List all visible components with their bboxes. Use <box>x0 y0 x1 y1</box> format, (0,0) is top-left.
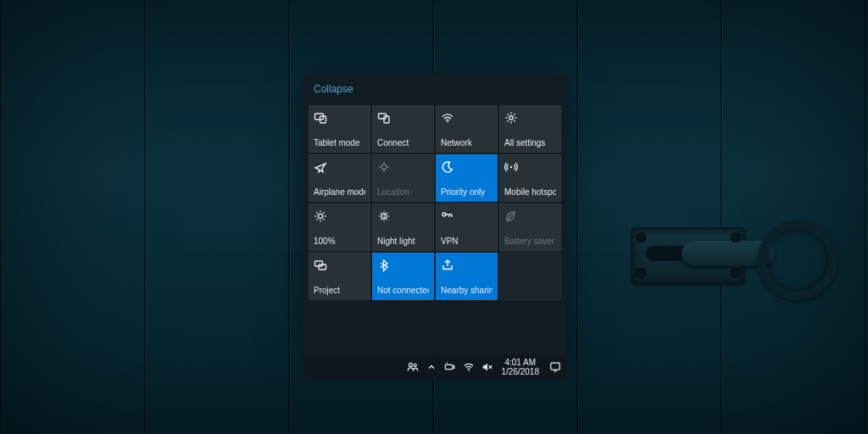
tile-all-settings[interactable]: All settings <box>499 105 561 153</box>
tile-label: Project <box>314 286 365 299</box>
tile-label: Night light <box>377 236 429 250</box>
tile-battery-saver[interactable]: Battery saver <box>499 203 561 251</box>
location-icon <box>377 159 429 175</box>
battery-icon[interactable] <box>441 354 459 380</box>
tile-vpn[interactable]: VPN <box>436 203 498 251</box>
tile-label: Airplane mode <box>314 187 365 201</box>
leaf-icon <box>504 208 556 225</box>
quick-actions-grid: Tablet modeConnectNetworkAll settingsAir… <box>309 105 561 300</box>
hotspot-icon <box>504 159 556 175</box>
people-icon[interactable] <box>403 354 422 380</box>
tile-label: Nearby sharing <box>441 286 492 299</box>
tile-bluetooth[interactable]: Not connected <box>372 253 434 300</box>
tile-label: All settings <box>504 138 556 152</box>
svg-point-8 <box>318 214 322 218</box>
svg-point-7 <box>510 166 513 169</box>
taskbar-time: 4:01 AM <box>504 358 536 367</box>
svg-point-6 <box>381 164 387 170</box>
tile-label: Mobile hotspot <box>504 187 556 201</box>
svg-point-14 <box>414 364 416 366</box>
svg-rect-15 <box>445 364 453 369</box>
tile-label: Network <box>441 138 492 152</box>
tile-network[interactable]: Network <box>436 105 498 153</box>
tile-connect[interactable]: Connect <box>372 105 434 153</box>
tile-brightness[interactable]: 100% <box>309 203 370 251</box>
tile-label: Connect <box>377 138 429 152</box>
tile-label: Not connected <box>377 286 429 299</box>
svg-rect-18 <box>551 363 560 370</box>
collapse-link[interactable]: Collapse <box>314 83 353 95</box>
tile-airplane-mode[interactable]: Airplane mode <box>309 154 370 202</box>
taskbar-date: 1/26/2018 <box>502 367 540 376</box>
tile-mobile-hotspot[interactable]: Mobile hotspot <box>499 154 561 202</box>
taskbar-clock[interactable]: 4:01 AM 1/26/2018 <box>497 358 545 376</box>
tile-label: Location <box>377 187 429 201</box>
wifi-icon <box>441 109 492 126</box>
tile-priority-only[interactable]: Priority only <box>436 154 498 202</box>
moon-icon <box>441 159 492 175</box>
tile-label: 100% <box>314 236 365 250</box>
nightlight-icon <box>377 208 429 225</box>
tile-night-light[interactable]: Night light <box>372 203 434 251</box>
tile-label: Tablet mode <box>314 138 365 152</box>
svg-point-5 <box>509 116 513 120</box>
project-icon <box>314 257 365 274</box>
action-center-icon[interactable] <box>544 361 566 373</box>
brightness-icon <box>314 208 365 225</box>
vpn-icon <box>441 208 492 225</box>
tile-label: Battery saver <box>504 236 556 250</box>
tile-label: VPN <box>441 236 492 250</box>
action-center-panel: Collapse Tablet modeConnectNetworkAll se… <box>303 75 566 354</box>
gear-icon <box>504 109 556 126</box>
volume-muted-icon[interactable] <box>478 354 497 380</box>
svg-point-4 <box>447 121 448 123</box>
tablet-icon <box>314 109 365 126</box>
svg-point-17 <box>468 370 469 371</box>
connect-icon <box>377 109 429 126</box>
tile-tablet-mode[interactable]: Tablet mode <box>309 105 370 153</box>
svg-rect-16 <box>453 366 453 369</box>
taskbar: 4:01 AM 1/26/2018 <box>303 354 566 380</box>
tile-label: Priority only <box>441 187 492 201</box>
tile-project[interactable]: Project <box>309 253 370 300</box>
door-latch-decor <box>631 202 809 329</box>
svg-point-10 <box>442 213 446 216</box>
tile-location[interactable]: Location <box>372 154 434 202</box>
wifi-tray-icon[interactable] <box>459 354 478 380</box>
tray-overflow-chevron-icon[interactable] <box>422 354 441 380</box>
tile-empty <box>499 253 561 300</box>
svg-point-13 <box>409 363 412 366</box>
bluetooth-icon <box>377 257 429 274</box>
airplane-icon <box>314 159 365 175</box>
share-icon <box>441 257 492 274</box>
tile-nearby-sharing[interactable]: Nearby sharing <box>436 253 498 300</box>
